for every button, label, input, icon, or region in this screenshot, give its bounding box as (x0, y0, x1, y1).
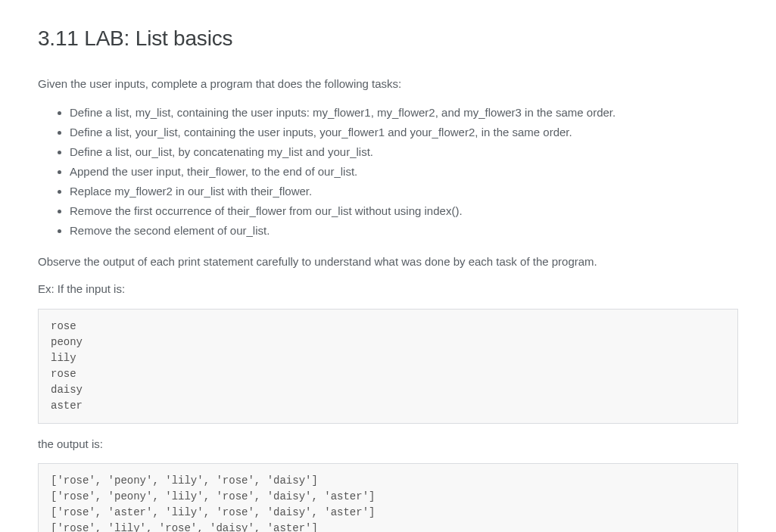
example-output-label: the output is: (38, 436, 738, 453)
task-item: Define a list, our_list, by concatenatin… (70, 143, 738, 161)
example-input-block: rose peony lily rose daisy aster (38, 309, 738, 424)
observe-paragraph: Observe the output of each print stateme… (38, 254, 738, 271)
task-item: Define a list, your_list, containing the… (70, 123, 738, 142)
task-item: Replace my_flower2 in our_list with thei… (70, 182, 738, 201)
task-list: Define a list, my_list, containing the u… (38, 104, 738, 240)
intro-paragraph: Given the user inputs, complete a progra… (38, 76, 738, 93)
example-input-label: Ex: If the input is: (38, 281, 738, 298)
task-item: Append the user input, their_flower, to … (70, 163, 738, 181)
task-item: Define a list, my_list, containing the u… (70, 104, 738, 122)
task-item: Remove the first occurrence of their_flo… (70, 202, 738, 220)
task-item: Remove the second element of our_list. (70, 222, 738, 240)
page-title: 3.11 LAB: List basics (38, 23, 738, 54)
example-output-block: ['rose', 'peony', 'lily', 'rose', 'daisy… (38, 463, 738, 532)
